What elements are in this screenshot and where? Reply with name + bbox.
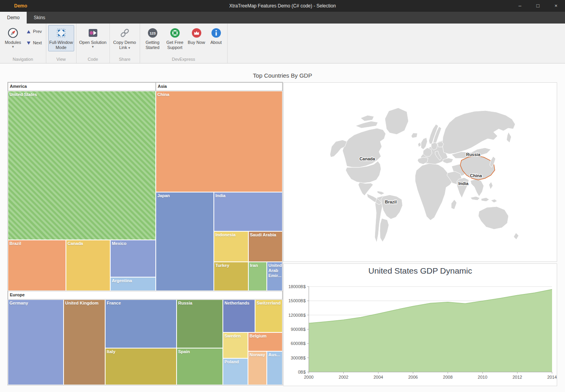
x-axis-tick-label: 2008 [443,375,452,379]
ribbon-caption-view: View [47,56,75,63]
treemap-tile-japan[interactable]: Japan [156,192,214,291]
full-window-label-1: Full-Window [49,40,73,45]
treemap-tile-belgium[interactable]: Belgium [248,332,282,351]
treemap-tile-aus[interactable]: Aus... [267,351,282,385]
map-panel: CanadaRussiaChinaIndiaBrazil [283,82,557,262]
up-triangle-icon [27,30,31,34]
treemap-tile-united-arab-emir[interactable]: United Arab Emir... [267,262,282,291]
map-country-brazil[interactable] [381,195,403,219]
treemap-group-header-europe: Europe [8,291,282,299]
minimize-button[interactable]: – [511,0,529,12]
map-label-canada: Canada [359,156,375,161]
getting-started-button[interactable]: 123 Getting Started [142,25,163,51]
treemap-tile-china[interactable]: China [156,91,282,192]
treemap-tile-united-kingdom[interactable]: United Kingdom [64,299,105,385]
next-label: Next [33,40,42,45]
treemap-tile-switzerland[interactable]: Switzerland [255,299,282,332]
world-map: CanadaRussiaChinaIndiaBrazil [284,83,557,261]
map-country-india[interactable] [457,178,469,198]
treemap-tile-turkey[interactable]: Turkey [214,262,248,291]
map-country-japan[interactable] [490,156,496,167]
treemap-tile-france[interactable]: France [105,299,177,348]
full-window-mode-button[interactable]: Full-Window Mode [48,25,74,51]
x-axis-tick-label: 2010 [478,375,487,379]
full-window-label-2: Mode [56,45,67,50]
ribbon-group-code: Open Solution ▾ Code [77,24,110,63]
map-country-united-kingdom[interactable] [421,138,427,149]
modules-button[interactable]: Modules ▾ [2,25,24,50]
ribbon: Modules ▾ Prev Next Navigation [0,24,565,64]
about-button[interactable]: About [207,25,225,46]
treemap-tile-mexico[interactable]: Mexico [110,240,156,277]
gdp-area-chart: 0B$3000B$6000B$9000B$12000B$15000B$18000… [284,264,557,386]
ribbon-caption-navigation: Navigation [1,56,45,63]
treemap-tile-label: China [156,91,282,98]
treemap-tile-label: Iran [249,262,266,269]
prev-label: Prev [33,29,42,34]
titlebar: XtraTreeMap Features Demo (C# code) - Se… [0,0,565,12]
treemap-tile-label: Brazil [8,240,66,247]
treemap-tile-sweden[interactable]: Sweden [223,332,248,358]
treemap-tile-label: United States [8,91,155,98]
maximize-button[interactable]: □ [529,0,547,12]
treemap-tile-germany[interactable]: Germany [8,299,64,385]
x-axis-tick-label: 2000 [304,375,313,379]
treemap-tile-spain[interactable]: Spain [177,348,223,385]
crown-icon [191,27,202,39]
treemap-tile-label: Saudi Arabia [249,232,282,238]
map-country-france[interactable] [423,148,432,156]
treemap-tile-canada[interactable]: Canada [66,240,110,291]
treemap-chart: AmericaUnited StatesBrazilCanadaMexicoAr… [8,82,282,385]
treemap-tile-poland[interactable]: Poland [223,358,248,385]
treemap-tile-label: Canada [66,240,110,247]
map-country-argentina[interactable] [380,218,389,242]
treemap-tile-label: Germany [8,300,63,307]
treemap-tile-norway[interactable]: Norway [248,351,267,385]
y-axis-tick-label: 18000B$ [288,284,306,289]
map-country-indonesia[interactable] [470,196,497,203]
close-button[interactable]: × [547,0,565,12]
y-axis-tick-label: 9000B$ [291,327,306,332]
treemap-group-header-america: America [8,82,156,91]
map-country-mexico[interactable] [358,182,373,196]
open-solution-button[interactable]: Open Solution ▾ [78,25,108,50]
treemap-tile-italy[interactable]: Italy [105,348,177,385]
treemap-tile-saudi-arabia[interactable]: Saudi Arabia [248,231,282,262]
treemap-tile-label: United Kingdom [64,300,105,307]
copy-demo-link-button[interactable]: Copy Demo Link ▾ [112,25,138,51]
treemap-tile-argentina[interactable]: Argentina [110,277,156,291]
treemap-tile-indonesia[interactable]: Indonesia [214,231,248,262]
get-free-support-button[interactable]: Get Free Support [164,25,186,51]
treemap-tile-united-states[interactable]: United States [8,91,156,240]
treemap-tile-label: Aus... [267,352,282,358]
y-axis-tick-label: 12000B$ [288,313,306,318]
treemap-tile-label: Switzerland [255,300,282,307]
map-label-china: China [470,173,482,178]
treemap-tile-iran[interactable]: Iran [248,262,267,291]
getting-started-123-icon: 123 [147,27,159,39]
app-menu-tab[interactable]: Demo [14,0,27,12]
y-axis-tick-label: 15000B$ [288,298,306,303]
tab-skins[interactable]: Skins [27,12,52,24]
app-window: XtraTreeMap Features Demo (C# code) - Se… [0,0,565,392]
svg-text:123: 123 [149,31,155,35]
tab-demo[interactable]: Demo [0,12,27,24]
treemap-tile-label: Italy [106,348,176,355]
treemap-tile-netherlands[interactable]: Netherlands [223,299,255,332]
buy-now-button[interactable]: Buy Now [187,25,206,46]
treemap-tile-label: India [214,192,282,199]
treemap-tile-label: Spain [177,348,222,355]
treemap-tile-russia[interactable]: Russia [177,299,223,348]
page-title: Top Countries By GDP [0,72,565,79]
expand-arrows-icon [55,27,67,39]
map-country-russia[interactable] [442,111,515,154]
copy-demo-label-2: Link ▾ [119,45,130,50]
treemap-tile-label: Mexico [111,240,155,247]
treemap-tile-brazil[interactable]: Brazil [8,240,66,291]
next-button[interactable]: Next [25,40,44,46]
treemap-tile-label: Norway [248,352,266,358]
treemap-tile-india[interactable]: India [214,192,282,231]
gdp-area-series [309,289,552,372]
down-triangle-icon [27,41,31,45]
prev-button[interactable]: Prev [25,28,44,35]
